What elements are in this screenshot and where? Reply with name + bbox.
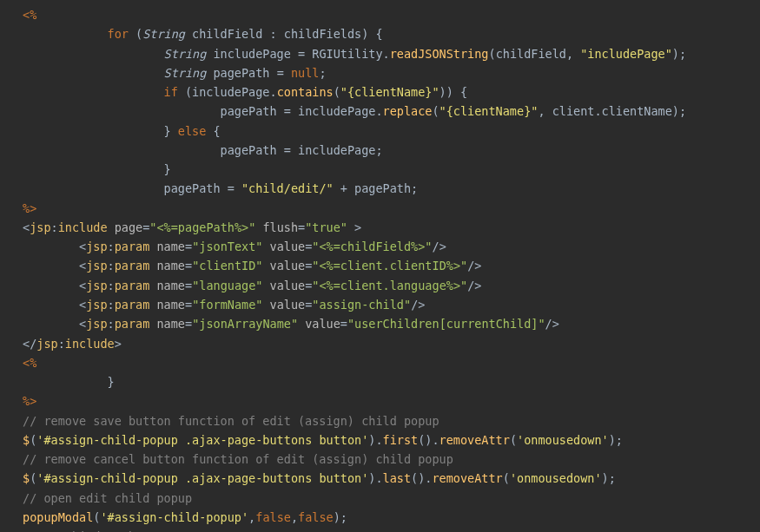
token: jsp bbox=[86, 240, 107, 253]
code-line[interactable]: <jsp:param name="jsonText" value="<%=chi… bbox=[23, 237, 760, 256]
code-line[interactable]: for (String childField : childFields) { bbox=[23, 24, 760, 43]
token: } bbox=[164, 124, 178, 138]
code-line[interactable]: } bbox=[23, 372, 760, 391]
token: removeAttr bbox=[439, 433, 510, 447]
token: "<%=childField%>" bbox=[312, 240, 432, 253]
token: = bbox=[185, 317, 192, 331]
token: jsp bbox=[86, 279, 107, 292]
code-line[interactable]: if (includePage.contains("{clientName}")… bbox=[23, 82, 760, 102]
token: else bbox=[178, 124, 207, 138]
code-line[interactable]: <jsp:param name="language" value="<%=cli… bbox=[23, 276, 760, 295]
token: </ bbox=[23, 337, 36, 351]
token: ( bbox=[178, 85, 192, 99]
token: = bbox=[185, 240, 192, 253]
token: = bbox=[284, 104, 298, 118]
token: "clientID" bbox=[192, 259, 262, 273]
token: < bbox=[79, 240, 86, 253]
token: String bbox=[164, 66, 207, 80]
code-line[interactable]: <% bbox=[23, 5, 760, 24]
token: : bbox=[51, 220, 58, 234]
token: contains bbox=[277, 85, 334, 99]
code-line[interactable]: String includePage = RGIUtility.readJSON… bbox=[23, 44, 760, 63]
token: include bbox=[58, 220, 108, 234]
code-line[interactable]: <jsp:include page="<%=pagePath%>" flush=… bbox=[23, 218, 760, 237]
token: (). bbox=[411, 471, 432, 485]
token: first bbox=[383, 433, 419, 447]
token: "{clientName}" bbox=[439, 104, 539, 118]
code-line[interactable]: // set bind to buttons bbox=[23, 527, 760, 532]
token: value bbox=[298, 317, 340, 331]
code-line[interactable]: pagePath = includePage; bbox=[23, 141, 760, 160]
token: childField bbox=[496, 47, 566, 61]
token: flush bbox=[255, 220, 298, 234]
token: = bbox=[185, 298, 192, 312]
code-line[interactable]: } bbox=[23, 160, 760, 179]
code-editor[interactable]: <% for (String childField : childFields)… bbox=[0, 0, 760, 532]
token: ); bbox=[672, 104, 686, 118]
token: param bbox=[115, 279, 150, 292]
token: . bbox=[594, 104, 601, 118]
token: "<%=client.clientID%>" bbox=[312, 259, 467, 273]
token: "<%=pagePath%>" bbox=[149, 220, 255, 234]
token: jsp bbox=[30, 220, 50, 234]
token: ( bbox=[129, 27, 142, 41]
token: : bbox=[58, 337, 65, 351]
token: $ bbox=[23, 471, 30, 485]
code-line[interactable]: // remove save button function of edit (… bbox=[23, 411, 760, 430]
token: < bbox=[79, 259, 86, 273]
token: for bbox=[108, 27, 129, 41]
token: "true" bbox=[305, 220, 347, 234]
code-line[interactable]: <jsp:param name="formName" value="assign… bbox=[23, 295, 760, 314]
token: pagePath bbox=[221, 143, 284, 157]
code-line[interactable]: <% bbox=[23, 353, 760, 372]
token: '#assign-child-popup .ajax-page-buttons … bbox=[36, 433, 368, 447]
token: /> bbox=[545, 317, 559, 331]
token: includePage bbox=[206, 47, 298, 61]
token: < bbox=[79, 279, 86, 292]
token: includePage bbox=[298, 104, 375, 118]
token: param bbox=[115, 240, 150, 253]
token: ( bbox=[503, 471, 510, 485]
token: /> bbox=[411, 298, 425, 312]
code-line[interactable]: $('#assign-child-popup .ajax-page-button… bbox=[23, 469, 760, 488]
token: = bbox=[185, 279, 192, 292]
token: /> bbox=[467, 279, 481, 292]
token: = bbox=[277, 66, 291, 80]
token: false bbox=[298, 510, 334, 524]
token: ( bbox=[510, 433, 517, 447]
token: removeAttr bbox=[432, 471, 502, 485]
code-line[interactable]: <jsp:param name="jsonArrayName" value="u… bbox=[23, 314, 760, 333]
token: } bbox=[108, 375, 115, 389]
token: } bbox=[164, 162, 171, 176]
token: childFields bbox=[284, 27, 361, 41]
code-line[interactable]: <jsp:param name="clientID" value="<%=cli… bbox=[23, 256, 760, 275]
code-line[interactable]: </jsp:include> bbox=[23, 334, 760, 353]
code-line[interactable]: %> bbox=[23, 199, 760, 218]
token: '#assign-child-popup' bbox=[100, 510, 248, 524]
code-line[interactable]: $('#assign-child-popup .ajax-page-button… bbox=[23, 430, 760, 450]
code-line[interactable]: %> bbox=[23, 391, 760, 410]
token: = bbox=[185, 259, 192, 273]
token: : bbox=[270, 27, 284, 41]
token: /> bbox=[433, 240, 446, 253]
code-line[interactable]: pagePath = "child/edit/" + pagePath; bbox=[23, 179, 760, 198]
token: '#assign-child-popup .ajax-page-buttons … bbox=[36, 471, 368, 485]
token: : bbox=[108, 279, 115, 292]
code-line[interactable]: popupModal('#assign-child-popup',false,f… bbox=[23, 508, 760, 527]
token: "userChildren[currentChild]" bbox=[347, 317, 545, 331]
token: name bbox=[149, 298, 185, 312]
token: = bbox=[298, 47, 312, 61]
code-line[interactable]: pagePath = includePage.replace("{clientN… bbox=[23, 102, 760, 121]
token: ). bbox=[368, 433, 382, 447]
code-line[interactable]: String pagePath = null; bbox=[23, 63, 760, 82]
token: ( bbox=[489, 47, 496, 61]
token: param bbox=[115, 259, 150, 273]
token: pagePath bbox=[354, 181, 411, 195]
code-line[interactable]: } else { bbox=[23, 122, 760, 141]
token: (). bbox=[418, 433, 439, 447]
code-line[interactable]: // remove cancel button function of edit… bbox=[23, 450, 760, 469]
token: value bbox=[262, 279, 305, 292]
code-line[interactable]: // open edit child popup bbox=[23, 489, 760, 508]
token: name bbox=[149, 240, 185, 253]
token: value bbox=[262, 298, 305, 312]
